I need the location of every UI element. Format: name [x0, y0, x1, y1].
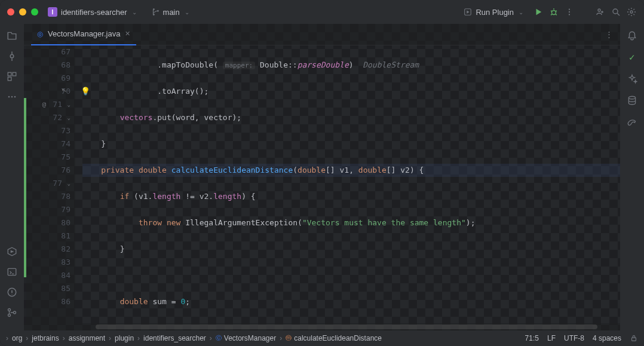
- run-button[interactable]: [533, 7, 544, 17]
- breadcrumb-item[interactable]: plugin: [115, 334, 134, 342]
- terminal-tool-button[interactable]: [5, 265, 19, 279]
- svg-point-2: [569, 8, 570, 10]
- readonly-lock-icon[interactable]: [630, 334, 638, 342]
- git-tool-button[interactable]: [5, 305, 19, 320]
- breadcrumb-item[interactable]: org: [12, 334, 22, 342]
- line-number[interactable]: 80: [59, 216, 70, 229]
- svg-point-14: [14, 96, 16, 98]
- project-selector[interactable]: I identifiers-searcher ⌄: [43, 5, 142, 19]
- editor: ◎ VectorsManager.java ✕ ⋮ 💡 ↖ 67 68 69: [24, 24, 620, 330]
- line-separator[interactable]: LF: [547, 334, 556, 342]
- gradle-tool-button[interactable]: [625, 115, 639, 129]
- svg-rect-11: [8, 77, 11, 81]
- settings-button[interactable]: [626, 7, 637, 17]
- breadcrumb-item[interactable]: jetbrains: [32, 334, 59, 342]
- svg-point-18: [8, 308, 10, 311]
- left-tool-rail: [0, 24, 24, 330]
- minimize-window-button[interactable]: [19, 8, 26, 16]
- chevron-down-icon: ⌄: [132, 9, 137, 16]
- chevron-right-icon: ›: [137, 334, 140, 342]
- fold-toggle[interactable]: ⌄: [65, 177, 70, 190]
- more-tools-button[interactable]: [5, 90, 19, 104]
- code-text[interactable]: .mapToDouble( mapper: Double::parseDoubl…: [75, 45, 620, 323]
- svg-point-1: [552, 11, 556, 15]
- close-window-button[interactable]: [7, 8, 14, 16]
- line-number[interactable]: 68: [59, 59, 70, 72]
- svg-point-8: [10, 54, 14, 58]
- caret-position[interactable]: 71:5: [525, 334, 539, 342]
- line-number[interactable]: 69: [59, 72, 70, 85]
- line-gutter[interactable]: 67 68 69 70 @71⌄ 72⌄ 73 74 75 76 77⌄ 78 …: [26, 45, 75, 323]
- chevron-right-icon: ›: [280, 334, 282, 342]
- search-everywhere-button[interactable]: [611, 7, 621, 17]
- problems-tool-button[interactable]: [5, 285, 19, 299]
- code-area[interactable]: 💡 ↖ 67 68 69 70 @71⌄ 72⌄ 73 74 75 76: [24, 45, 620, 323]
- line-number[interactable]: 76: [59, 164, 70, 177]
- project-name: identifiers-searcher: [61, 8, 127, 17]
- line-number[interactable]: 67: [59, 45, 70, 59]
- fold-toggle[interactable]: ⌄: [65, 111, 70, 124]
- tab-filename: VectorsManager.java: [48, 29, 120, 38]
- code-with-me-button[interactable]: [595, 7, 606, 17]
- breadcrumb-bar: › org › jetbrains › assignment › plugin …: [0, 330, 644, 346]
- project-tool-button[interactable]: [5, 29, 19, 43]
- window-controls: [7, 8, 38, 16]
- run-app-icon: [464, 8, 472, 16]
- chevron-right-icon: ›: [109, 334, 111, 342]
- line-number[interactable]: 77: [50, 177, 62, 190]
- line-number[interactable]: 79: [59, 203, 70, 216]
- author-annotation-icon[interactable]: @: [42, 98, 46, 111]
- line-number[interactable]: 84: [59, 269, 70, 282]
- svg-point-19: [8, 314, 10, 316]
- line-number[interactable]: 73: [59, 124, 70, 137]
- horizontal-scrollbar[interactable]: [24, 323, 620, 330]
- svg-point-21: [628, 96, 635, 99]
- breadcrumb-item[interactable]: Ⓒ VectorsManager: [216, 334, 276, 342]
- ai-assistant-button[interactable]: [625, 72, 639, 86]
- breadcrumb-item[interactable]: ⓜ calculateEuclideanDistance: [286, 334, 382, 342]
- maximize-window-button[interactable]: [31, 8, 38, 16]
- notifications-button[interactable]: [625, 29, 639, 43]
- line-number[interactable]: 75: [59, 151, 70, 164]
- class-icon: Ⓒ: [216, 334, 222, 342]
- line-number[interactable]: 83: [59, 256, 70, 269]
- svg-rect-10: [13, 72, 16, 76]
- line-number[interactable]: 81: [59, 229, 70, 243]
- inlay-type-hint: DoubleStream: [363, 60, 419, 69]
- commit-tool-button[interactable]: [5, 49, 19, 63]
- breadcrumb-item[interactable]: identifiers_searcher: [143, 334, 206, 342]
- svg-point-3: [569, 11, 570, 13]
- line-number[interactable]: 86: [59, 295, 70, 308]
- services-tool-button[interactable]: [5, 244, 19, 259]
- structure-tool-button[interactable]: [5, 69, 19, 84]
- line-number[interactable]: 70: [59, 85, 70, 98]
- breadcrumb-item[interactable]: assignment: [69, 334, 105, 342]
- line-number[interactable]: 72: [50, 111, 62, 124]
- svg-point-12: [8, 96, 10, 98]
- file-encoding[interactable]: UTF-8: [564, 334, 584, 342]
- intention-bulb-icon[interactable]: 💡: [81, 85, 90, 98]
- run-config-selector[interactable]: Run Plugin ⌄: [459, 5, 528, 19]
- fold-toggle[interactable]: ⌄: [65, 98, 70, 111]
- inlay-hint: mapper:: [223, 62, 255, 69]
- scrollbar-thumb[interactable]: [96, 324, 597, 329]
- editor-tab-active[interactable]: ◎ VectorsManager.java ✕: [31, 24, 136, 45]
- debug-button[interactable]: [548, 7, 559, 17]
- svg-point-5: [598, 9, 600, 11]
- project-icon: I: [48, 7, 57, 17]
- chevron-right-icon: ›: [210, 334, 212, 342]
- more-actions-button[interactable]: [564, 7, 575, 17]
- database-tool-button[interactable]: [625, 93, 639, 108]
- line-number[interactable]: 85: [59, 282, 70, 295]
- inspection-ok-icon[interactable]: ✓: [625, 50, 639, 65]
- vcs-branch-selector[interactable]: main ⌄: [146, 5, 194, 19]
- line-number[interactable]: 78: [59, 190, 70, 203]
- line-number[interactable]: 82: [59, 243, 70, 256]
- tab-overflow-button[interactable]: ⋮: [605, 30, 620, 39]
- close-tab-button[interactable]: ✕: [125, 30, 130, 38]
- run-config-label: Run Plugin: [476, 8, 514, 17]
- line-number[interactable]: 71: [50, 98, 62, 111]
- line-number[interactable]: 74: [59, 137, 70, 151]
- indent-config[interactable]: 4 spaces: [593, 334, 621, 342]
- svg-point-7: [630, 11, 633, 13]
